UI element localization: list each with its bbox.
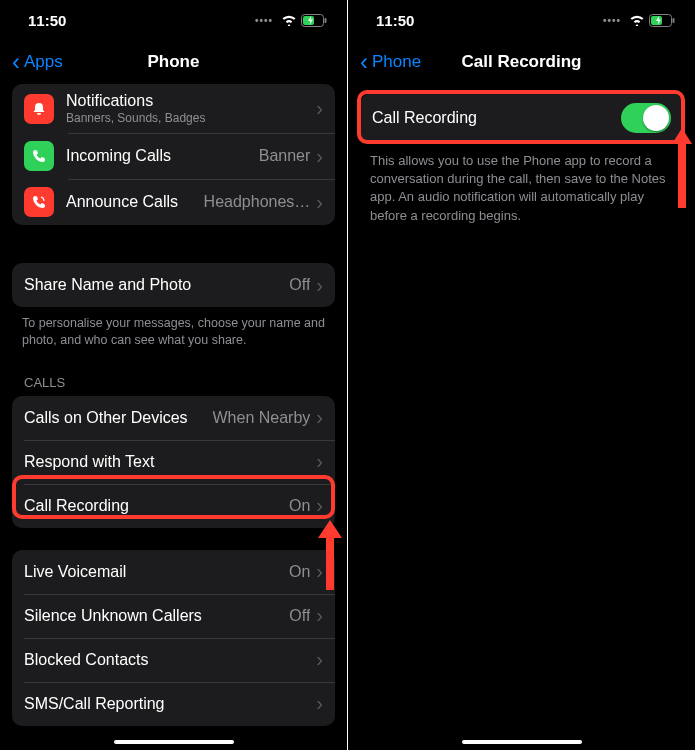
group-recording-toggle: Call Recording xyxy=(360,94,683,142)
row-incoming-calls[interactable]: Incoming Calls Banner › xyxy=(12,133,335,179)
chevron-left-icon: ‹ xyxy=(12,50,20,74)
phone-in-icon xyxy=(24,141,54,171)
home-indicator[interactable] xyxy=(114,740,234,744)
row-blocked-contacts[interactable]: Blocked Contacts › xyxy=(12,638,335,682)
share-footer: To personalise your messages, choose you… xyxy=(0,307,347,357)
row-label: Announce Calls xyxy=(66,193,204,211)
chevron-right-icon: › xyxy=(316,145,323,168)
group-call-options: Live Voicemail On › Silence Unknown Call… xyxy=(12,550,335,726)
svg-rect-2 xyxy=(325,18,327,23)
row-label: Blocked Contacts xyxy=(24,651,316,669)
battery-icon xyxy=(301,14,327,27)
chevron-right-icon: › xyxy=(316,191,323,214)
announce-icon xyxy=(24,187,54,217)
row-sms-call-reporting[interactable]: SMS/Call Reporting › xyxy=(12,682,335,726)
chevron-left-icon: ‹ xyxy=(360,50,368,74)
back-label: Phone xyxy=(372,52,421,72)
row-share-name-photo[interactable]: Share Name and Photo Off › xyxy=(12,263,335,307)
status-bar: 11:50 •••• xyxy=(348,0,695,40)
group-calls: Calls on Other Devices When Nearby › Res… xyxy=(12,396,335,528)
row-value: Off xyxy=(289,276,310,294)
row-label: Notifications xyxy=(66,92,316,110)
status-time: 11:50 xyxy=(376,12,414,29)
row-silence-unknown[interactable]: Silence Unknown Callers Off › xyxy=(12,594,335,638)
screen-phone-settings: 11:50 •••• ‹ Apps Phone Notifications xyxy=(0,0,347,750)
chevron-right-icon: › xyxy=(316,560,323,583)
row-value: Banner xyxy=(259,147,311,165)
row-label: Call Recording xyxy=(24,497,289,515)
group-alerts: Notifications Banners, Sounds, Badges › … xyxy=(12,84,335,225)
row-label: Call Recording xyxy=(372,109,621,127)
status-icons: •••• xyxy=(603,14,675,27)
chevron-right-icon: › xyxy=(316,274,323,297)
back-label: Apps xyxy=(24,52,63,72)
row-notifications[interactable]: Notifications Banners, Sounds, Badges › xyxy=(12,84,335,133)
status-icons: •••• xyxy=(255,14,327,27)
row-label: Respond with Text xyxy=(24,453,316,471)
chevron-right-icon: › xyxy=(316,97,323,120)
chevron-right-icon: › xyxy=(316,406,323,429)
home-indicator[interactable] xyxy=(462,740,582,744)
settings-content[interactable]: Notifications Banners, Sounds, Badges › … xyxy=(0,84,347,750)
row-call-recording-toggle[interactable]: Call Recording xyxy=(360,94,683,142)
row-live-voicemail[interactable]: Live Voicemail On › xyxy=(12,550,335,594)
chevron-right-icon: › xyxy=(316,494,323,517)
row-label: Live Voicemail xyxy=(24,563,289,581)
row-value: On xyxy=(289,563,310,581)
row-label: Share Name and Photo xyxy=(24,276,289,294)
chevron-right-icon: › xyxy=(316,692,323,715)
row-text: Notifications Banners, Sounds, Badges xyxy=(66,92,316,125)
row-value: On xyxy=(289,497,310,515)
status-bar: 11:50 •••• xyxy=(0,0,347,40)
row-respond-with-text[interactable]: Respond with Text › xyxy=(12,440,335,484)
row-sublabel: Banners, Sounds, Badges xyxy=(66,111,316,125)
battery-icon xyxy=(649,14,675,27)
toggle-switch[interactable] xyxy=(621,103,671,133)
recording-description: This allows you to use the Phone app to … xyxy=(348,142,695,235)
back-button[interactable]: ‹ Phone xyxy=(360,50,421,74)
chevron-right-icon: › xyxy=(316,450,323,473)
row-value: Off xyxy=(289,607,310,625)
row-value: Headphones… xyxy=(204,193,311,211)
calls-section-header: CALLS xyxy=(0,357,347,396)
status-time: 11:50 xyxy=(28,12,66,29)
row-announce-calls[interactable]: Announce Calls Headphones… › xyxy=(12,179,335,225)
back-button[interactable]: ‹ Apps xyxy=(12,50,63,74)
svg-rect-5 xyxy=(673,18,675,23)
nav-bar: ‹ Apps Phone xyxy=(0,40,347,84)
group-share: Share Name and Photo Off › xyxy=(12,263,335,307)
row-label: SMS/Call Reporting xyxy=(24,695,316,713)
nav-bar: ‹ Phone Call Recording xyxy=(348,40,695,84)
chevron-right-icon: › xyxy=(316,648,323,671)
row-call-recording[interactable]: Call Recording On › xyxy=(12,484,335,528)
cellular-icon: •••• xyxy=(603,15,621,26)
row-calls-other-devices[interactable]: Calls on Other Devices When Nearby › xyxy=(12,396,335,440)
chevron-right-icon: › xyxy=(316,604,323,627)
row-label: Silence Unknown Callers xyxy=(24,607,289,625)
recording-content: Call Recording This allows you to use th… xyxy=(348,94,695,750)
row-label: Calls on Other Devices xyxy=(24,409,213,427)
row-label: Incoming Calls xyxy=(66,147,259,165)
row-value: When Nearby xyxy=(213,409,311,427)
toggle-knob xyxy=(643,105,669,131)
wifi-icon xyxy=(629,14,645,26)
cellular-icon: •••• xyxy=(255,15,273,26)
screen-call-recording: 11:50 •••• ‹ Phone Call Recording Call R… xyxy=(348,0,695,750)
notification-icon xyxy=(24,94,54,124)
wifi-icon xyxy=(281,14,297,26)
